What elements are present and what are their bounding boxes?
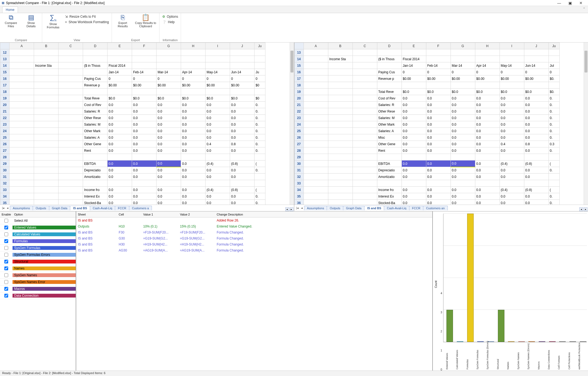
cell[interactable]: 0.0 <box>230 121 255 128</box>
cell[interactable]: 0.0 <box>475 160 500 167</box>
cell[interactable]: 0.0 <box>157 174 181 180</box>
cell[interactable]: Rent <box>83 147 108 154</box>
cell[interactable] <box>59 82 83 89</box>
cell[interactable] <box>59 193 83 200</box>
cell[interactable] <box>108 154 132 160</box>
cell[interactable]: 0.0 <box>402 174 426 180</box>
cell[interactable]: 0.0 <box>206 121 230 128</box>
cell[interactable] <box>328 75 353 82</box>
cell[interactable] <box>549 180 559 187</box>
cell[interactable]: 0.4 <box>500 141 524 147</box>
cell[interactable]: Feb-14 <box>426 62 451 69</box>
cell[interactable]: Salaries: A <box>377 128 402 134</box>
cell[interactable]: 0.0 <box>181 147 206 154</box>
cell[interactable]: (0.8) <box>524 187 549 193</box>
cell[interactable]: 0.0 <box>230 147 255 154</box>
cell[interactable] <box>304 95 328 102</box>
cell[interactable]: 0.0 <box>451 167 475 174</box>
cell[interactable]: $0.00 <box>402 75 426 82</box>
cell[interactable]: 0.0 <box>500 134 524 141</box>
cell[interactable]: Cost of Rev <box>83 102 108 108</box>
cell[interactable]: Stocked-Ba <box>377 200 402 205</box>
cell[interactable]: $0.0 <box>475 89 500 95</box>
cell[interactable]: Revenue p <box>83 82 108 89</box>
cell[interactable] <box>377 62 402 69</box>
cell[interactable] <box>353 49 377 56</box>
cell[interactable]: 0.0 <box>157 102 181 108</box>
cell[interactable]: Misc <box>377 134 402 141</box>
cell[interactable] <box>83 154 108 160</box>
cell[interactable] <box>304 160 328 167</box>
tab-scroll-left[interactable]: ◂ <box>579 207 583 211</box>
cell[interactable]: 0 <box>157 75 181 82</box>
cell[interactable] <box>353 128 377 134</box>
cell[interactable]: Salaries: M <box>83 121 108 128</box>
cell[interactable]: 0.0 <box>402 108 426 115</box>
cell[interactable]: 0.0 <box>524 174 549 180</box>
option-checkbox[interactable] <box>4 226 8 229</box>
cell[interactable] <box>34 174 59 180</box>
cell[interactable] <box>34 82 59 89</box>
cell[interactable] <box>157 56 181 62</box>
cell[interactable] <box>304 147 328 154</box>
cell[interactable]: 0.0 <box>206 108 230 115</box>
cell[interactable]: $0.0 <box>524 89 549 95</box>
cell[interactable]: 0. <box>549 134 559 141</box>
cell[interactable]: (0.4) <box>206 187 230 193</box>
cell[interactable] <box>549 174 559 180</box>
cell[interactable] <box>377 180 402 187</box>
cell[interactable] <box>304 141 328 147</box>
cell[interactable]: 0.0 <box>402 141 426 147</box>
cell[interactable] <box>451 154 475 160</box>
cell[interactable] <box>549 56 559 62</box>
cell[interactable]: 0.0 <box>206 147 230 154</box>
show-formulas-button[interactable]: ∑fx Show Formulas <box>45 14 61 29</box>
cell[interactable] <box>328 128 353 134</box>
cell[interactable] <box>10 174 34 180</box>
vscroll-left[interactable] <box>290 43 294 205</box>
cell[interactable]: 0 <box>255 75 265 82</box>
cell[interactable]: 0.0 <box>230 128 255 134</box>
cell[interactable] <box>255 154 265 160</box>
cell[interactable] <box>206 56 230 62</box>
cell[interactable] <box>304 82 328 89</box>
cell[interactable] <box>59 62 83 69</box>
cell[interactable] <box>34 102 59 108</box>
cell[interactable] <box>353 62 377 69</box>
cell[interactable]: $0.0 <box>402 89 426 95</box>
cell[interactable]: 0.3 <box>549 141 559 147</box>
cell[interactable]: $0.0 <box>181 95 206 102</box>
sheet-tab[interactable]: Graph Data <box>343 206 365 210</box>
cell[interactable] <box>304 108 328 115</box>
cell[interactable]: 0.0 <box>132 193 157 200</box>
cell[interactable] <box>230 89 255 95</box>
help-button[interactable]: ❔Help <box>162 20 178 25</box>
cell[interactable]: Apr-14 <box>181 69 206 75</box>
option-checkbox[interactable] <box>4 287 8 291</box>
cell[interactable]: 0.0 <box>500 108 524 115</box>
cell[interactable]: 0.0 <box>157 108 181 115</box>
cell[interactable]: Mar-14 <box>451 62 475 69</box>
cell[interactable] <box>426 180 451 187</box>
cell[interactable]: 0.0 <box>500 147 524 154</box>
vscroll-right[interactable] <box>584 43 588 205</box>
cell[interactable]: 0.0 <box>451 147 475 154</box>
option-checkbox[interactable] <box>4 253 8 257</box>
cell[interactable]: 0.0 <box>402 193 426 200</box>
cell[interactable]: (0.4) <box>500 187 524 193</box>
cell[interactable]: 0.0 <box>524 147 549 154</box>
cell[interactable]: 0. <box>255 200 265 205</box>
cell[interactable] <box>132 56 157 62</box>
cell[interactable] <box>353 75 377 82</box>
cell[interactable]: 0.0 <box>451 200 475 205</box>
cell[interactable] <box>34 154 59 160</box>
show-details-button[interactable]: ▤ Show Details <box>23 14 39 28</box>
cell[interactable] <box>10 49 34 56</box>
cell[interactable]: 0.0 <box>230 134 255 141</box>
tab-home[interactable]: Home <box>2 7 18 13</box>
cell[interactable] <box>206 49 230 56</box>
cell[interactable] <box>353 200 377 205</box>
cell[interactable]: 0.0 <box>181 141 206 147</box>
cell[interactable] <box>132 154 157 160</box>
cell[interactable]: 0.0 <box>181 174 206 180</box>
